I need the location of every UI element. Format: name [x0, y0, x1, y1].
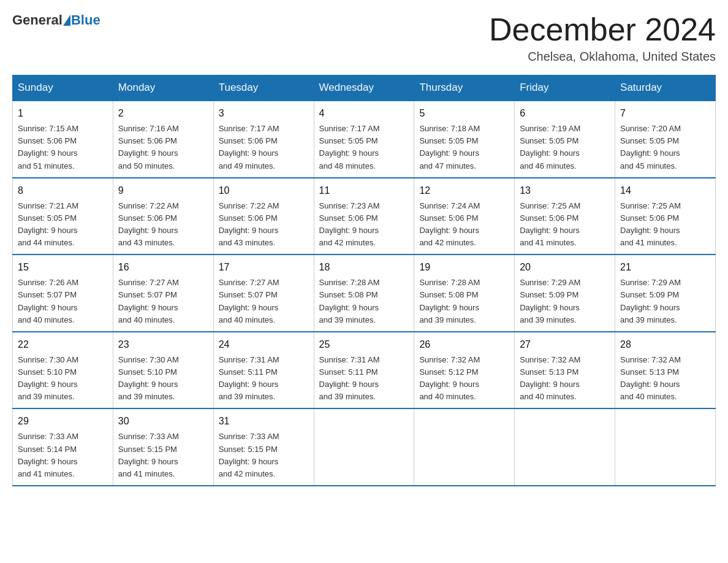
calendar-day-cell: 21 Sunrise: 7:29 AMSunset: 5:09 PMDaylig…	[615, 255, 716, 332]
calendar-day-cell	[615, 408, 716, 486]
calendar-header-monday: Monday	[113, 75, 213, 101]
day-number: 14	[620, 183, 710, 198]
day-info: Sunrise: 7:16 AMSunset: 5:06 PMDaylight:…	[118, 123, 208, 172]
calendar-day-cell: 27 Sunrise: 7:32 AMSunset: 5:13 PMDaylig…	[515, 332, 615, 409]
day-number: 15	[18, 260, 108, 275]
day-number: 23	[118, 337, 208, 352]
calendar-day-cell: 20 Sunrise: 7:29 AMSunset: 5:09 PMDaylig…	[515, 255, 615, 332]
day-number: 30	[118, 414, 208, 429]
calendar-header-saturday: Saturday	[615, 75, 716, 101]
location-title: Chelsea, Oklahoma, United States	[489, 50, 716, 64]
day-number: 4	[319, 106, 409, 121]
day-info: Sunrise: 7:15 AMSunset: 5:06 PMDaylight:…	[18, 123, 108, 172]
calendar-day-cell: 11 Sunrise: 7:23 AMSunset: 5:06 PMDaylig…	[314, 178, 414, 255]
logo-triangle-icon	[63, 15, 70, 26]
calendar-day-cell: 29 Sunrise: 7:33 AMSunset: 5:14 PMDaylig…	[13, 408, 113, 486]
day-info: Sunrise: 7:26 AMSunset: 5:07 PMDaylight:…	[18, 277, 108, 326]
day-info: Sunrise: 7:28 AMSunset: 5:08 PMDaylight:…	[319, 277, 409, 326]
calendar-header-wednesday: Wednesday	[314, 75, 414, 101]
day-info: Sunrise: 7:29 AMSunset: 5:09 PMDaylight:…	[520, 277, 610, 326]
calendar-week-row: 8 Sunrise: 7:21 AMSunset: 5:05 PMDayligh…	[13, 178, 716, 255]
day-number: 12	[419, 183, 509, 198]
day-number: 25	[319, 337, 409, 352]
day-info: Sunrise: 7:32 AMSunset: 5:12 PMDaylight:…	[419, 354, 509, 404]
calendar-day-cell: 4 Sunrise: 7:17 AMSunset: 5:05 PMDayligh…	[314, 101, 414, 178]
logo: General Blue	[12, 12, 100, 28]
day-number: 29	[18, 414, 108, 429]
calendar-header-sunday: Sunday	[13, 75, 113, 101]
day-info: Sunrise: 7:21 AMSunset: 5:05 PMDaylight:…	[18, 200, 108, 250]
day-info: Sunrise: 7:31 AMSunset: 5:11 PMDaylight:…	[219, 354, 309, 404]
calendar-day-cell	[515, 408, 615, 486]
day-number: 31	[219, 414, 309, 429]
day-info: Sunrise: 7:24 AMSunset: 5:06 PMDaylight:…	[419, 200, 509, 250]
logo-general-text: General	[12, 12, 63, 28]
day-number: 13	[520, 183, 610, 198]
calendar-day-cell: 25 Sunrise: 7:31 AMSunset: 5:11 PMDaylig…	[314, 332, 414, 409]
calendar-day-cell: 15 Sunrise: 7:26 AMSunset: 5:07 PMDaylig…	[13, 255, 113, 332]
day-number: 22	[18, 337, 108, 352]
day-number: 8	[18, 183, 108, 198]
day-number: 3	[219, 106, 309, 121]
day-number: 9	[118, 183, 208, 198]
calendar-header-tuesday: Tuesday	[213, 75, 314, 101]
calendar-week-row: 1 Sunrise: 7:15 AMSunset: 5:06 PMDayligh…	[13, 101, 716, 178]
day-number: 27	[520, 337, 610, 352]
calendar-day-cell: 17 Sunrise: 7:27 AMSunset: 5:07 PMDaylig…	[213, 255, 314, 332]
calendar-header-row: SundayMondayTuesdayWednesdayThursdayFrid…	[13, 75, 716, 101]
calendar-day-cell: 26 Sunrise: 7:32 AMSunset: 5:12 PMDaylig…	[414, 332, 515, 409]
day-number: 20	[520, 260, 610, 275]
day-info: Sunrise: 7:23 AMSunset: 5:06 PMDaylight:…	[319, 200, 409, 250]
calendar-header-friday: Friday	[515, 75, 615, 101]
calendar-day-cell: 28 Sunrise: 7:32 AMSunset: 5:13 PMDaylig…	[615, 332, 716, 409]
calendar-week-row: 29 Sunrise: 7:33 AMSunset: 5:14 PMDaylig…	[13, 408, 716, 486]
day-info: Sunrise: 7:20 AMSunset: 5:05 PMDaylight:…	[620, 123, 710, 172]
calendar-day-cell: 5 Sunrise: 7:18 AMSunset: 5:05 PMDayligh…	[414, 101, 515, 178]
day-info: Sunrise: 7:18 AMSunset: 5:05 PMDaylight:…	[419, 123, 509, 172]
calendar-week-row: 15 Sunrise: 7:26 AMSunset: 5:07 PMDaylig…	[13, 255, 716, 332]
calendar-day-cell: 14 Sunrise: 7:25 AMSunset: 5:06 PMDaylig…	[615, 178, 716, 255]
calendar-day-cell: 19 Sunrise: 7:28 AMSunset: 5:08 PMDaylig…	[414, 255, 515, 332]
title-block: December 2024 Chelsea, Oklahoma, United …	[489, 12, 716, 64]
day-info: Sunrise: 7:33 AMSunset: 5:15 PMDaylight:…	[219, 431, 309, 480]
day-info: Sunrise: 7:17 AMSunset: 5:05 PMDaylight:…	[319, 123, 409, 172]
day-number: 7	[620, 106, 710, 121]
calendar-day-cell: 13 Sunrise: 7:25 AMSunset: 5:06 PMDaylig…	[515, 178, 615, 255]
calendar-day-cell: 18 Sunrise: 7:28 AMSunset: 5:08 PMDaylig…	[314, 255, 414, 332]
day-number: 11	[319, 183, 409, 198]
day-number: 5	[419, 106, 509, 121]
calendar-day-cell: 2 Sunrise: 7:16 AMSunset: 5:06 PMDayligh…	[113, 101, 213, 178]
day-number: 2	[118, 106, 208, 121]
day-number: 16	[118, 260, 208, 275]
calendar-day-cell: 9 Sunrise: 7:22 AMSunset: 5:06 PMDayligh…	[113, 178, 213, 255]
page-header: General Blue December 2024 Chelsea, Okla…	[12, 12, 716, 64]
calendar-day-cell: 22 Sunrise: 7:30 AMSunset: 5:10 PMDaylig…	[13, 332, 113, 409]
day-info: Sunrise: 7:17 AMSunset: 5:06 PMDaylight:…	[219, 123, 309, 172]
calendar-day-cell: 24 Sunrise: 7:31 AMSunset: 5:11 PMDaylig…	[213, 332, 314, 409]
calendar-day-cell: 30 Sunrise: 7:33 AMSunset: 5:15 PMDaylig…	[113, 408, 213, 486]
day-info: Sunrise: 7:29 AMSunset: 5:09 PMDaylight:…	[620, 277, 710, 326]
day-info: Sunrise: 7:33 AMSunset: 5:14 PMDaylight:…	[18, 431, 108, 480]
calendar-day-cell: 23 Sunrise: 7:30 AMSunset: 5:10 PMDaylig…	[113, 332, 213, 409]
day-info: Sunrise: 7:22 AMSunset: 5:06 PMDaylight:…	[219, 200, 309, 250]
day-number: 28	[620, 337, 710, 352]
day-info: Sunrise: 7:28 AMSunset: 5:08 PMDaylight:…	[419, 277, 509, 326]
calendar-week-row: 22 Sunrise: 7:30 AMSunset: 5:10 PMDaylig…	[13, 332, 716, 409]
calendar-day-cell: 12 Sunrise: 7:24 AMSunset: 5:06 PMDaylig…	[414, 178, 515, 255]
day-info: Sunrise: 7:30 AMSunset: 5:10 PMDaylight:…	[18, 354, 108, 404]
calendar-header-thursday: Thursday	[414, 75, 515, 101]
day-number: 10	[219, 183, 309, 198]
day-number: 18	[319, 260, 409, 275]
day-info: Sunrise: 7:27 AMSunset: 5:07 PMDaylight:…	[219, 277, 309, 326]
day-info: Sunrise: 7:31 AMSunset: 5:11 PMDaylight:…	[319, 354, 409, 404]
day-info: Sunrise: 7:27 AMSunset: 5:07 PMDaylight:…	[118, 277, 208, 326]
day-number: 1	[18, 106, 108, 121]
day-info: Sunrise: 7:32 AMSunset: 5:13 PMDaylight:…	[520, 354, 610, 404]
day-number: 21	[620, 260, 710, 275]
calendar-day-cell: 1 Sunrise: 7:15 AMSunset: 5:06 PMDayligh…	[13, 101, 113, 178]
day-info: Sunrise: 7:32 AMSunset: 5:13 PMDaylight:…	[620, 354, 710, 404]
day-number: 24	[219, 337, 309, 352]
day-info: Sunrise: 7:25 AMSunset: 5:06 PMDaylight:…	[520, 200, 610, 250]
day-info: Sunrise: 7:33 AMSunset: 5:15 PMDaylight:…	[118, 431, 208, 480]
calendar-day-cell: 3 Sunrise: 7:17 AMSunset: 5:06 PMDayligh…	[213, 101, 314, 178]
